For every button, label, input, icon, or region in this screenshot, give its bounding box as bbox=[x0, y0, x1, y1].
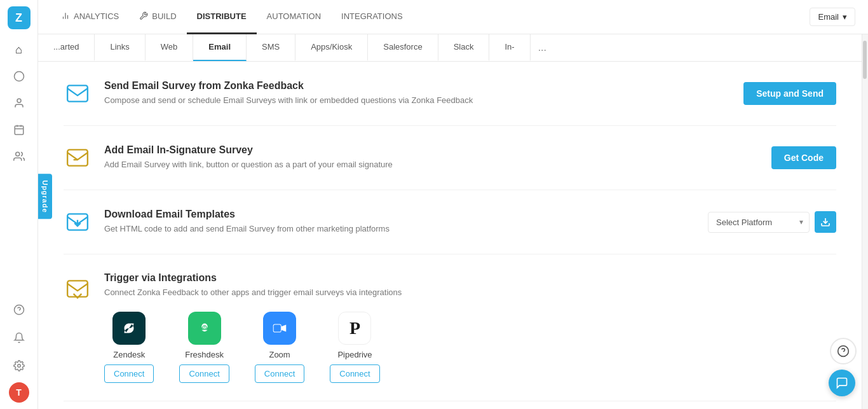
svg-point-9 bbox=[17, 364, 20, 368]
freshdesk-connect-button[interactable]: Connect bbox=[179, 364, 229, 383]
trigger-integrations-text: Trigger via Integrations Connect Zonka F… bbox=[104, 272, 836, 383]
svg-point-21 bbox=[202, 325, 207, 329]
svg-rect-18 bbox=[67, 281, 88, 296]
zendesk-logo bbox=[112, 312, 146, 345]
integrations-grid: Zendesk Connect bbox=[104, 312, 836, 383]
download-templates-section: Download Email Templates Get HTML code t… bbox=[64, 190, 836, 254]
sections-container: Send Email Survey from Zonka Feedback Co… bbox=[38, 62, 862, 401]
sidebar-item-home[interactable]: ⌂ bbox=[8, 38, 31, 61]
pipedrive-name: Pipedrive bbox=[337, 350, 372, 359]
svg-rect-14 bbox=[67, 149, 88, 165]
content-area: ...arted Links Web Email SMS Apps/Kiosk … bbox=[38, 34, 862, 409]
app-logo[interactable]: Z bbox=[8, 6, 31, 29]
subtab-apps-kiosk[interactable]: Apps/Kiosk bbox=[295, 34, 368, 61]
scrollbar-thumb[interactable] bbox=[863, 41, 867, 79]
scrollbar-track[interactable] bbox=[862, 34, 868, 409]
send-email-icon bbox=[64, 80, 92, 107]
zoom-connect-button[interactable]: Connect bbox=[255, 364, 304, 383]
user-avatar[interactable]: T bbox=[9, 382, 29, 403]
sidebar-item-team[interactable] bbox=[8, 145, 31, 168]
sidebar-item-settings[interactable] bbox=[8, 354, 31, 377]
sub-tabs-bar: ...arted Links Web Email SMS Apps/Kiosk … bbox=[38, 34, 862, 62]
in-signature-title: Add Email In-Signature Survey bbox=[104, 144, 759, 156]
main-content: ANALYTICS BUILD DISTRIBUTE AUTOMATION IN… bbox=[38, 0, 868, 409]
download-template-button[interactable] bbox=[815, 211, 836, 233]
in-signature-text: Add Email In-Signature Survey Add Email … bbox=[104, 144, 759, 171]
freshdesk-logo bbox=[188, 312, 221, 345]
subtab-slack[interactable]: Slack bbox=[438, 34, 490, 61]
send-email-title: Send Email Survey from Zonka Feedback bbox=[104, 80, 731, 92]
svg-rect-25 bbox=[274, 324, 281, 331]
navbar-right: Email ▾ bbox=[810, 8, 855, 26]
svg-rect-2 bbox=[15, 126, 24, 135]
subtab-more[interactable]: ... bbox=[531, 34, 554, 61]
trigger-integrations-icon bbox=[64, 275, 92, 303]
svg-rect-13 bbox=[67, 85, 88, 101]
get-code-button[interactable]: Get Code bbox=[771, 146, 836, 169]
svg-point-1 bbox=[17, 99, 21, 102]
subtab-started[interactable]: ...arted bbox=[38, 34, 95, 61]
zendesk-connect-button[interactable]: Connect bbox=[104, 364, 154, 383]
send-email-action: Setup and Send bbox=[743, 82, 836, 105]
nav-distribute[interactable]: DISTRIBUTE bbox=[187, 0, 257, 34]
upgrade-tab[interactable]: Upgrade bbox=[38, 174, 52, 219]
download-templates-action: Select Platform Mailchimp Constant Conta… bbox=[708, 211, 836, 233]
subtab-links[interactable]: Links bbox=[95, 34, 145, 61]
download-templates-text: Download Email Templates Get HTML code t… bbox=[104, 209, 695, 235]
trigger-integrations-desc: Connect Zonka Feedback to other apps and… bbox=[104, 286, 836, 299]
subtab-email[interactable]: Email bbox=[193, 34, 247, 61]
integration-zendesk: Zendesk Connect bbox=[104, 312, 154, 383]
send-email-desc: Compose and send or schedule Email Surve… bbox=[104, 94, 731, 107]
integration-zoom: Zoom Connect bbox=[255, 312, 304, 383]
send-email-text: Send Email Survey from Zonka Feedback Co… bbox=[104, 80, 731, 107]
integration-pipedrive: P Pipedrive Connect bbox=[330, 312, 379, 383]
download-templates-desc: Get HTML code to add and send Email Surv… bbox=[104, 223, 695, 235]
zoom-logo bbox=[263, 312, 296, 345]
in-signature-icon bbox=[64, 144, 92, 172]
nav-analytics[interactable]: ANALYTICS bbox=[51, 0, 129, 34]
in-signature-action: Get Code bbox=[771, 146, 836, 169]
svg-marker-26 bbox=[281, 324, 286, 331]
sidebar-item-calendar[interactable] bbox=[8, 118, 31, 141]
send-email-section: Send Email Survey from Zonka Feedback Co… bbox=[64, 62, 836, 126]
subtab-in[interactable]: In- bbox=[489, 34, 530, 61]
zoom-name: Zoom bbox=[269, 350, 290, 359]
sidebar-item-feedback[interactable] bbox=[8, 65, 31, 88]
floating-help-icon[interactable] bbox=[830, 338, 857, 364]
subtab-web[interactable]: Web bbox=[146, 34, 194, 61]
in-signature-section: Add Email In-Signature Survey Add Email … bbox=[64, 126, 836, 190]
setup-and-send-button[interactable]: Setup and Send bbox=[743, 82, 836, 105]
dropdown-chevron-icon: ▾ bbox=[843, 12, 847, 22]
in-signature-desc: Add Email Survey with link, button or qu… bbox=[104, 158, 759, 171]
download-templates-icon bbox=[64, 208, 92, 236]
integration-freshdesk: Freshdesk Connect bbox=[179, 312, 229, 383]
nav-integrations[interactable]: INTEGRATIONS bbox=[331, 0, 413, 34]
freshdesk-name: Freshdesk bbox=[185, 350, 224, 359]
subtab-sms[interactable]: SMS bbox=[247, 34, 295, 61]
trigger-integrations-title: Trigger via Integrations bbox=[104, 272, 836, 284]
zendesk-name: Zendesk bbox=[113, 350, 145, 359]
svg-point-22 bbox=[203, 326, 204, 328]
pipedrive-connect-button[interactable]: Connect bbox=[330, 364, 379, 383]
trigger-integrations-section: Trigger via Integrations Connect Zonka F… bbox=[64, 254, 836, 401]
svg-point-23 bbox=[205, 326, 206, 328]
sidebar-item-contacts[interactable] bbox=[8, 92, 31, 114]
pipedrive-logo: P bbox=[338, 312, 371, 345]
subtab-salesforce[interactable]: Salesforce bbox=[368, 34, 438, 61]
floating-chat-icon[interactable] bbox=[829, 370, 855, 396]
svg-point-6 bbox=[15, 152, 19, 156]
sidebar-item-help[interactable] bbox=[8, 298, 31, 321]
sidebar: Z ⌂ T Upgrade bbox=[0, 0, 38, 409]
select-platform-wrapper: Select Platform Mailchimp Constant Conta… bbox=[708, 211, 836, 233]
select-platform-wrapper-inner: Select Platform Mailchimp Constant Conta… bbox=[708, 212, 810, 233]
sidebar-item-notifications[interactable] bbox=[8, 326, 31, 349]
email-dropdown[interactable]: Email ▾ bbox=[810, 8, 855, 26]
pipedrive-symbol: P bbox=[349, 318, 360, 338]
nav-automation[interactable]: AUTOMATION bbox=[257, 0, 331, 34]
top-navbar: ANALYTICS BUILD DISTRIBUTE AUTOMATION IN… bbox=[38, 0, 868, 34]
select-platform-dropdown[interactable]: Select Platform Mailchimp Constant Conta… bbox=[708, 212, 810, 233]
download-templates-title: Download Email Templates bbox=[104, 209, 695, 220]
nav-build[interactable]: BUILD bbox=[129, 0, 186, 34]
